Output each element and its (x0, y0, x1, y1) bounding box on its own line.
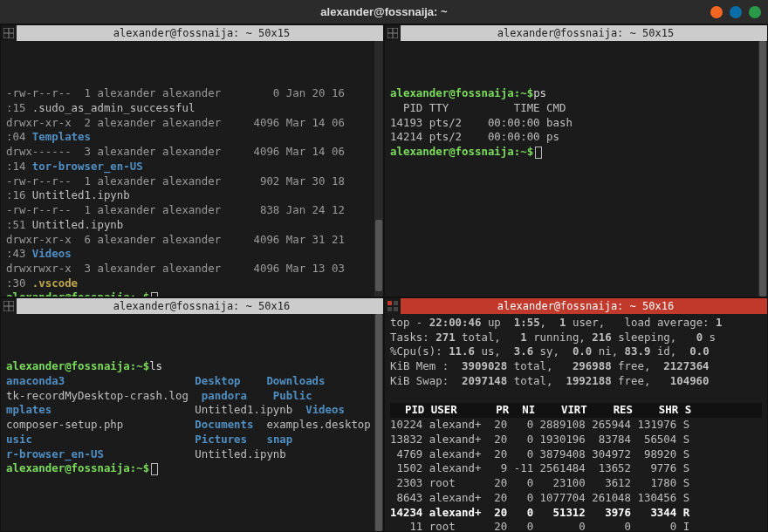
window-controls (710, 6, 761, 18)
split-icon[interactable] (1, 298, 17, 314)
split-icon[interactable] (385, 298, 401, 314)
scroll-thumb[interactable] (375, 314, 382, 531)
scroll-thumb[interactable] (375, 220, 382, 291)
pane-title-label: alexander@fossnaija: ~ 50x16 (404, 299, 767, 313)
window-titlebar: alexander@fossnaija: ~ (0, 0, 768, 24)
scroll-thumb[interactable] (759, 41, 766, 297)
pane-top-right[interactable]: alexander@fossnaija: ~ 50x15 alexander@f… (384, 24, 768, 297)
pane-bottom-left[interactable]: alexander@fossnaija: ~ 50x16 alexander@f… (0, 297, 384, 532)
pane-bottom-right[interactable]: alexander@fossnaija: ~ 50x16 top - 22:00… (384, 297, 768, 532)
terminal-output[interactable]: alexander@fossnaija:~$ ps PID TTY TIME C… (385, 41, 767, 297)
pane-title-label: alexander@fossnaija: ~ 50x16 (20, 299, 383, 313)
pane-title-label: alexander@fossnaija: ~ 50x15 (20, 26, 383, 40)
split-icon[interactable] (385, 25, 401, 41)
minimize-button[interactable] (710, 6, 723, 18)
pane-title-active[interactable]: alexander@fossnaija: ~ 50x16 (385, 298, 767, 314)
pane-title-label: alexander@fossnaija: ~ 50x15 (404, 26, 767, 40)
svg-rect-11 (387, 307, 392, 311)
terminal-output[interactable]: -rw-r--r-- 1 alexander alexander 0 Jan 2… (1, 41, 383, 297)
terminal-output[interactable]: top - 22:00:46 up 1:55, 1 user, load ave… (385, 314, 767, 531)
split-icon[interactable] (1, 25, 17, 41)
window-title: alexander@fossnaija: ~ (320, 4, 447, 20)
terminal-output[interactable]: alexander@fossnaija:~$ lsanaconda3 Deskt… (1, 314, 383, 531)
pane-title[interactable]: alexander@fossnaija: ~ 50x16 (1, 298, 383, 314)
svg-rect-9 (387, 301, 392, 305)
pane-title[interactable]: alexander@fossnaija: ~ 50x15 (385, 25, 767, 41)
scrollbar[interactable] (374, 314, 383, 531)
terminator-grid: alexander@fossnaija: ~ 50x15 -rw-r--r-- … (0, 24, 768, 532)
scrollbar[interactable] (374, 41, 383, 297)
svg-rect-10 (394, 301, 398, 305)
close-button[interactable] (749, 6, 761, 18)
svg-rect-12 (394, 307, 398, 311)
scrollbar[interactable] (758, 41, 767, 297)
maximize-button[interactable] (730, 6, 742, 18)
pane-top-left[interactable]: alexander@fossnaija: ~ 50x15 -rw-r--r-- … (0, 24, 384, 297)
pane-title[interactable]: alexander@fossnaija: ~ 50x15 (1, 25, 383, 41)
